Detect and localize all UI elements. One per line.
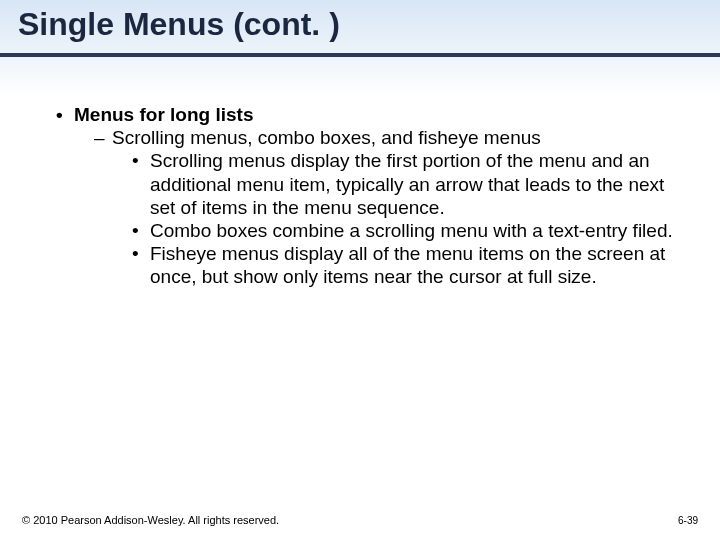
slide-title: Single Menus (cont. ) [18,6,702,43]
bullet-level3: Scrolling menus display the first portio… [132,149,688,219]
bullet-level3: Fisheye menus display all of the menu it… [132,242,688,288]
bullet-level1: Menus for long lists [56,103,688,126]
bullet-level3: Combo boxes combine a scrolling menu wit… [132,219,688,242]
slide-footer: © 2010 Pearson Addison-Wesley. All right… [22,514,698,526]
title-region: Single Menus (cont. ) [0,0,720,43]
slide: Single Menus (cont. ) Menus for long lis… [0,0,720,540]
slide-body: Menus for long lists Scrolling menus, co… [0,57,720,288]
bullet-level2: Scrolling menus, combo boxes, and fishey… [94,126,688,149]
copyright-text: © 2010 Pearson Addison-Wesley. All right… [22,514,279,526]
page-number: 6-39 [678,515,698,526]
